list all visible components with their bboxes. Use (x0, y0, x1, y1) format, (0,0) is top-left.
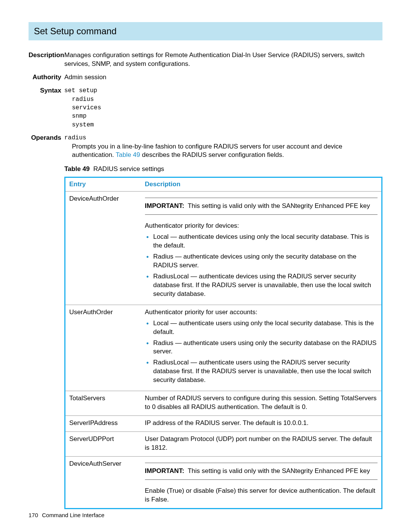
list-item: RadiusLocal — authenticate devices using… (145, 272, 378, 299)
cell-description: Number of RADIUS servers to configure du… (141, 391, 382, 416)
operand-intro-post: describes the RADIUS server configuratio… (140, 151, 284, 158)
row-intro: Authenticator priority for devices: (145, 222, 378, 230)
list-item: RadiusLocal — authenticate users using t… (145, 358, 378, 385)
cell-entry: DeviceAuthServer (65, 456, 141, 508)
syntax-label: Syntax (29, 86, 64, 129)
cell-entry: ServerUDPPort (65, 432, 141, 457)
description-label: Description (29, 51, 64, 69)
operands-body: radius Prompts you in a line-by-line fas… (64, 134, 382, 509)
list-item: Local — authenticate devices using only … (145, 233, 378, 250)
table-row: ServerUDPPort User Datagram Protocol (UD… (65, 432, 382, 457)
footer-text: Command Line Interface (42, 512, 104, 518)
cell-description: Authenticator priority for user accounts… (141, 305, 382, 391)
list-item: Radius — authenticate devices using only… (145, 252, 378, 270)
col-header-entry: Entry (65, 177, 141, 192)
authority-text: Admin session (64, 73, 382, 82)
row-text: Enable (True) or disable (False) this se… (145, 487, 378, 504)
table-row: ServerIPAddress IP address of the RADIUS… (65, 416, 382, 432)
syntax-line: set setup (64, 86, 382, 95)
syntax-row: Syntax set setup radius services snmp sy… (29, 86, 382, 129)
cell-entry: TotalServers (65, 391, 141, 416)
table-caption-text: RADIUS service settings (93, 165, 164, 173)
description-row: Description Manages configuration settin… (29, 51, 382, 69)
cell-description: IMPORTANT: This setting is valid only wi… (141, 192, 382, 305)
table-row: DeviceAuthServer IMPORTANT: This setting… (65, 456, 382, 508)
table-row: DeviceAuthOrder IMPORTANT: This setting … (65, 192, 382, 305)
section-title: Set Setup command (29, 22, 382, 40)
cell-description: User Datagram Protocol (UDP) port number… (141, 432, 382, 457)
row-intro: Authenticator priority for user accounts… (145, 308, 378, 317)
table-caption: Table 49 RADIUS service settings (64, 165, 382, 174)
cell-entry: ServerIPAddress (65, 416, 141, 432)
col-header-description: Description (141, 177, 382, 192)
authority-row: Authority Admin session (29, 73, 382, 82)
cell-entry: UserAuthOrder (65, 305, 141, 391)
page-footer: 170 Command Line Interface (29, 511, 104, 519)
syntax-line: system (64, 121, 382, 129)
important-text: This setting is valid only with the SANt… (188, 202, 370, 209)
table-row: TotalServers Number of RADIUS servers to… (65, 391, 382, 416)
cell-entry: DeviceAuthOrder (65, 192, 141, 305)
list-item: Local — authenticate users using only th… (145, 319, 378, 337)
important-text: This setting is valid only with the SANt… (188, 467, 370, 474)
cell-description: IP address of the RADIUS server. The def… (141, 416, 382, 432)
list-item: Radius — authenticate users using only t… (145, 339, 378, 356)
important-note: IMPORTANT: This setting is valid only wi… (145, 463, 378, 480)
important-label: IMPORTANT: (145, 202, 185, 209)
table-row: UserAuthOrder Authenticator priority for… (65, 305, 382, 391)
authority-label: Authority (29, 73, 64, 82)
cell-description: IMPORTANT: This setting is valid only wi… (141, 456, 382, 508)
operand-keyword: radius (64, 134, 382, 142)
operand-intro: Prompts you in a line-by-line fashion to… (64, 142, 382, 160)
table-caption-label: Table 49 (64, 165, 90, 173)
syntax-line: services (64, 104, 382, 112)
operands-label: Operands (29, 134, 64, 509)
description-text: Manages configuration settings for Remot… (64, 51, 382, 69)
table-link[interactable]: Table 49 (116, 151, 140, 158)
important-note: IMPORTANT: This setting is valid only wi… (145, 198, 378, 215)
operands-row: Operands radius Prompts you in a line-by… (29, 134, 382, 509)
page-number: 170 (29, 512, 38, 518)
radius-settings-table: Entry Description DeviceAuthOrder IMPORT… (64, 177, 382, 509)
syntax-line: snmp (64, 112, 382, 120)
syntax-block: set setup radius services snmp system (64, 86, 382, 129)
important-label: IMPORTANT: (145, 467, 185, 474)
syntax-line: radius (64, 95, 382, 104)
